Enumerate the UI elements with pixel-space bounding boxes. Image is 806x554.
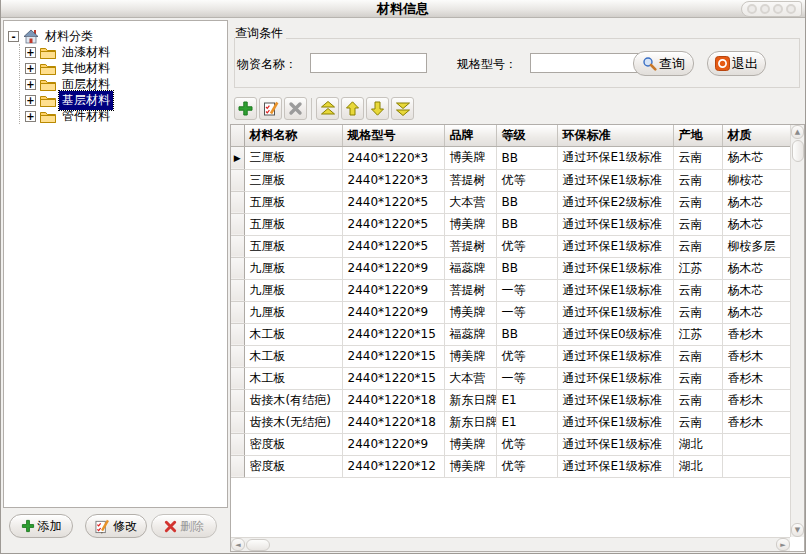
magnifier-icon <box>642 56 657 71</box>
folder-icon <box>40 46 56 59</box>
folder-icon <box>40 94 56 107</box>
table-row[interactable]: 五厘板2440*1220*5菩提树优等通过环保E1级标准云南柳桉多层 <box>231 235 790 257</box>
table-row[interactable]: 齿接木(无结疤)2440*1220*18新东日牌E1通过环保E1级标准云南香杉木 <box>231 411 790 433</box>
table-row[interactable]: 九厘板2440*1220*9博美牌一等通过环保E1级标准云南杨木芯 <box>231 301 790 323</box>
row-selector[interactable] <box>231 257 244 279</box>
row-selector[interactable] <box>231 345 244 367</box>
spec-model-input[interactable] <box>530 53 648 73</box>
modify-button-label: 修改 <box>113 518 137 535</box>
move-first-button[interactable] <box>316 97 339 120</box>
row-selector[interactable] <box>231 235 244 257</box>
table-cell: 密度板 <box>244 455 342 477</box>
tree-item-3[interactable]: +基层材料 <box>20 92 223 108</box>
table-cell: 优等 <box>496 455 557 477</box>
window-control-button[interactable] <box>773 4 783 14</box>
table-row[interactable]: 密度板2440*1220*9博美牌优等通过环保E1级标准湖北 <box>231 433 790 455</box>
scroll-up-icon[interactable]: ▲ <box>791 125 804 139</box>
table-cell: 2440*1220*9 <box>342 257 444 279</box>
table-cell: 大本营 <box>444 191 496 213</box>
toolbar-edit-button[interactable] <box>259 97 282 120</box>
column-header-6[interactable]: 材质 <box>722 125 790 146</box>
exit-button[interactable]: 退出 <box>707 51 766 76</box>
column-header-0[interactable]: 材料名称 <box>244 125 342 146</box>
row-selector[interactable] <box>231 191 244 213</box>
row-selector[interactable] <box>231 279 244 301</box>
window-control-button[interactable] <box>786 4 796 14</box>
table-row[interactable]: 木工板2440*1220*15博美牌优等通过环保E1级标准云南香杉木 <box>231 345 790 367</box>
current-row-indicator[interactable]: ▶ <box>231 146 244 169</box>
expand-icon[interactable]: + <box>25 111 36 122</box>
tree-item-4[interactable]: +管件材料 <box>20 108 223 124</box>
row-selector[interactable] <box>231 389 244 411</box>
table-cell: 菩提树 <box>444 169 496 191</box>
tree-item-2[interactable]: +面层材料 <box>20 76 223 92</box>
query-groupbox: 查询条件 物资名称： 规格型号： 查询 退出 <box>234 38 800 88</box>
column-header-1[interactable]: 规格型号 <box>342 125 444 146</box>
row-selector[interactable] <box>231 213 244 235</box>
table-row[interactable]: 五厘板2440*1220*5大本营BB通过环保E2级标准云南杨木芯 <box>231 191 790 213</box>
row-selector[interactable] <box>231 367 244 389</box>
vertical-scrollbar[interactable]: ▲ ▼ <box>790 125 804 537</box>
table-cell: 通过环保E1级标准 <box>557 345 673 367</box>
row-selector[interactable] <box>231 323 244 345</box>
tree-root-material-category[interactable]: - 材料分类 <box>8 28 223 44</box>
add-button[interactable]: 添加 <box>9 514 73 538</box>
toolbar-delete-button <box>284 97 307 120</box>
folder-icon <box>40 110 56 123</box>
toolbar-add-button[interactable] <box>234 97 257 120</box>
table-row[interactable]: 密度板2440*1220*12博美牌优等通过环保E1级标准湖北 <box>231 455 790 477</box>
table-row[interactable]: 三厘板2440*1220*3菩提树优等通过环保E1级标准云南柳桉芯 <box>231 169 790 191</box>
table-row[interactable]: 九厘板2440*1220*9福蕊牌BB通过环保E1级标准江苏杨木芯 <box>231 257 790 279</box>
expand-icon[interactable]: + <box>25 95 36 106</box>
scroll-down-icon[interactable]: ▼ <box>791 523 804 537</box>
table-cell: 云南 <box>673 191 722 213</box>
table-cell: 九厘板 <box>244 279 342 301</box>
material-name-input[interactable] <box>310 53 427 73</box>
table-cell: 2440*1220*18 <box>342 411 444 433</box>
vertical-scrollbar-thumb[interactable] <box>792 140 804 162</box>
collapse-icon[interactable]: - <box>8 31 19 42</box>
row-selector[interactable] <box>231 169 244 191</box>
row-selector[interactable] <box>231 433 244 455</box>
horizontal-scrollbar-thumb[interactable] <box>246 539 270 551</box>
row-selector[interactable] <box>231 301 244 323</box>
window-control-button[interactable] <box>747 4 757 14</box>
search-button[interactable]: 查询 <box>633 51 694 76</box>
move-up-button[interactable] <box>341 97 364 120</box>
row-selector[interactable] <box>231 455 244 477</box>
table-row[interactable]: 木工板2440*1220*15福蕊牌BB通过环保E0级标准江苏香杉木 <box>231 323 790 345</box>
table-cell: 2440*1220*3 <box>342 146 444 169</box>
expand-icon[interactable]: + <box>25 79 36 90</box>
horizontal-scrollbar[interactable]: ◄ ► <box>231 537 790 551</box>
table-cell: 密度板 <box>244 433 342 455</box>
home-icon <box>23 29 39 44</box>
expand-icon[interactable]: + <box>25 47 36 58</box>
table-cell: 福蕊牌 <box>444 323 496 345</box>
modify-button[interactable]: 修改 <box>85 514 147 538</box>
scroll-left-icon[interactable]: ◄ <box>231 538 245 551</box>
table-cell: 云南 <box>673 279 722 301</box>
table-row[interactable]: 五厘板2440*1220*5博美牌BB通过环保E1级标准云南杨木芯 <box>231 213 790 235</box>
expand-icon[interactable]: + <box>25 63 36 74</box>
table-row[interactable]: 木工板2440*1220*15大本营一等通过环保E1级标准云南香杉木 <box>231 367 790 389</box>
row-selector[interactable] <box>231 411 244 433</box>
table-cell: 湖北 <box>673 455 722 477</box>
column-header-5[interactable]: 产地 <box>673 125 722 146</box>
column-header-2[interactable]: 品牌 <box>444 125 496 146</box>
table-cell: 通过环保E1级标准 <box>557 235 673 257</box>
window-control-button[interactable] <box>760 4 770 14</box>
table-cell: 杨木芯 <box>722 191 790 213</box>
column-header-4[interactable]: 环保标准 <box>557 125 673 146</box>
table-row[interactable]: ▶三厘板2440*1220*3博美牌BB通过环保E1级标准云南杨木芯 <box>231 146 790 169</box>
exit-button-label: 退出 <box>732 55 758 73</box>
tree-item-1[interactable]: +其他材料 <box>20 60 223 76</box>
tree-item-0[interactable]: +油漆材料 <box>20 44 223 60</box>
move-down-button[interactable] <box>366 97 389 120</box>
table-cell: 通过环保E1级标准 <box>557 146 673 169</box>
move-last-button[interactable] <box>391 97 414 120</box>
scroll-right-icon[interactable]: ► <box>776 538 790 551</box>
table-row[interactable]: 齿接木(有结疤)2440*1220*18新东日牌E1通过环保E1级标准云南香杉木 <box>231 389 790 411</box>
column-header-3[interactable]: 等级 <box>496 125 557 146</box>
table-row[interactable]: 九厘板2440*1220*9菩提树一等通过环保E1级标准云南杨木芯 <box>231 279 790 301</box>
table-cell: 通过环保E1级标准 <box>557 455 673 477</box>
